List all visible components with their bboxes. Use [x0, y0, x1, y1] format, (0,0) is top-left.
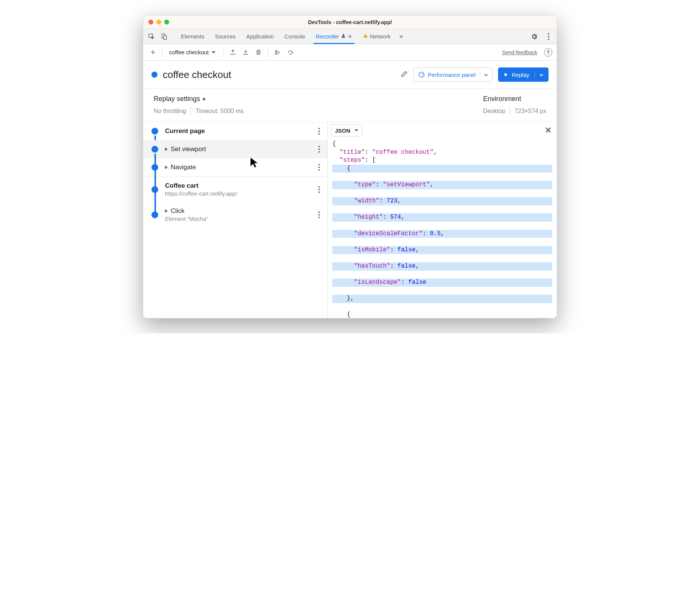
step-click[interactable]: Click Element "Mocha": [143, 202, 327, 227]
environment-device: Desktop: [483, 108, 505, 115]
main-content: Current page Set viewport Navigate: [143, 122, 557, 318]
recording-title: coffee checkout: [163, 69, 397, 81]
settings-icon[interactable]: [530, 32, 539, 41]
settings-row: Replay settings No throttling Timeout: 5…: [143, 89, 557, 122]
step-navigate[interactable]: Navigate: [143, 158, 327, 176]
tab-elements[interactable]: Elements: [176, 29, 209, 44]
replay-settings-toggle[interactable]: Replay settings: [154, 95, 483, 103]
replay-dropdown-icon[interactable]: [535, 72, 543, 78]
close-code-icon[interactable]: ✕: [545, 126, 552, 135]
titlebar: DevTools - coffee-cart.netlify.app/: [143, 15, 557, 29]
step-over-icon[interactable]: [285, 47, 296, 58]
tab-recorder[interactable]: Recorder ✕: [311, 29, 357, 44]
send-feedback-link[interactable]: Send feedback: [502, 49, 537, 55]
tab-console[interactable]: Console: [280, 29, 310, 44]
more-options-icon[interactable]: [544, 32, 553, 41]
tab-sources[interactable]: Sources: [211, 29, 240, 44]
step-current-page[interactable]: Current page: [143, 122, 327, 140]
close-tab-icon[interactable]: ✕: [348, 34, 352, 40]
help-icon[interactable]: ?: [544, 48, 552, 57]
code-view[interactable]: { "title": "coffee checkout", "steps": […: [328, 139, 557, 318]
perf-dropdown-icon[interactable]: [480, 72, 488, 78]
step-menu-icon[interactable]: [318, 164, 320, 171]
chevron-right-icon: [203, 97, 206, 101]
warning-icon: [363, 33, 368, 40]
tab-network[interactable]: Network: [358, 29, 395, 44]
export-icon[interactable]: [227, 47, 238, 58]
devtools-tabbar: Elements Sources Application Console Rec…: [143, 29, 557, 44]
svg-rect-2: [164, 35, 167, 40]
chevron-right-icon: [165, 165, 168, 169]
chevron-right-icon: [165, 209, 168, 213]
more-tabs-icon[interactable]: »: [397, 32, 406, 41]
environment-viewport: 723×574 px: [515, 108, 546, 115]
flask-icon: [341, 33, 346, 40]
chevron-right-icon: [165, 147, 168, 151]
step-menu-icon[interactable]: [318, 186, 320, 193]
import-icon[interactable]: [240, 47, 251, 58]
step-menu-icon[interactable]: [318, 146, 320, 153]
recorder-toolbar: + coffee checkout Send feedback ?: [143, 44, 557, 61]
step-menu-icon[interactable]: [318, 211, 320, 218]
environment-label: Environment: [483, 95, 546, 103]
device-toolbar-icon[interactable]: [160, 32, 169, 41]
delete-icon[interactable]: [253, 47, 264, 58]
edit-title-icon[interactable]: [400, 70, 408, 79]
code-column: JSON ✕ { "title": "coffee checkout", "st…: [328, 122, 557, 318]
new-recording-button[interactable]: +: [148, 47, 158, 58]
code-format-select[interactable]: JSON: [331, 124, 362, 136]
performance-panel-button[interactable]: Performance panel: [413, 67, 493, 82]
timeout-value: Timeout: 5000 ms: [196, 108, 243, 115]
step-set-viewport[interactable]: Set viewport: [143, 140, 327, 158]
replay-button[interactable]: Replay: [498, 67, 549, 82]
recording-header: coffee checkout Performance panel Replay: [143, 61, 557, 89]
throttling-value: No throttling: [154, 108, 186, 115]
window-title: DevTools - coffee-cart.netlify.app/: [143, 19, 557, 25]
recording-status-dot: [151, 72, 157, 78]
step-coffee-cart[interactable]: Coffee cart https://coffee-cart.netlify.…: [143, 177, 327, 202]
tab-application[interactable]: Application: [242, 29, 278, 44]
steps-column: Current page Set viewport Navigate: [143, 122, 328, 318]
step-play-icon[interactable]: [272, 47, 283, 58]
inspect-element-icon[interactable]: [147, 32, 156, 41]
devtools-window: DevTools - coffee-cart.netlify.app/ Elem…: [143, 15, 557, 318]
recording-select[interactable]: coffee checkout: [166, 47, 219, 58]
svg-point-3: [290, 54, 291, 54]
step-menu-icon[interactable]: [318, 128, 320, 135]
